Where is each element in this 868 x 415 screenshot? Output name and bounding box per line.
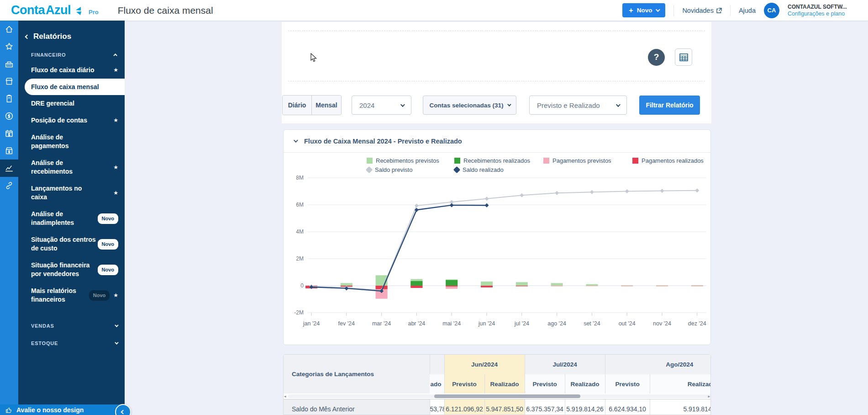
sidebar-item[interactable]: Mais relatórios financeirosNovo★ xyxy=(18,282,125,308)
rail-favorites-star-nav[interactable] xyxy=(0,38,18,55)
y-axis-label: 2M xyxy=(296,255,304,262)
sidebar-back-reports[interactable]: Relatórios xyxy=(18,29,125,44)
daily-tab[interactable]: Diário xyxy=(283,96,312,115)
bar-pagamentos-previstos xyxy=(621,286,633,286)
section-estoque[interactable]: ESTOQUE xyxy=(18,336,125,350)
rail-cash-register-nav[interactable] xyxy=(0,55,18,73)
x-axis-label: fev '24 xyxy=(338,320,355,327)
y-axis-label: 6M xyxy=(296,202,304,208)
help-button[interactable]: ? xyxy=(648,49,665,66)
monthly-tab[interactable]: Mensal xyxy=(312,96,341,115)
realizado-subheader: Realizado xyxy=(484,374,525,394)
sidebar-item-label: Fluxo de caixa diário xyxy=(31,66,95,74)
reports-sidebar: Relatórios FINANCEIRO Fluxo de caixa diá… xyxy=(18,21,125,404)
rail-money-circle-nav[interactable] xyxy=(0,107,18,125)
user-avatar[interactable]: CA xyxy=(764,3,779,18)
logo-text-azul: Azul xyxy=(46,3,71,17)
contaazul-logo[interactable]: Conta Azul Pro xyxy=(11,3,99,17)
sidebar-item-label: Lançamentos no caixa xyxy=(31,184,100,202)
sidebar-item-label: Situação financeira por vendedores xyxy=(31,261,98,278)
section-estoque-label: ESTOQUE xyxy=(31,341,58,346)
chart-title: Fluxo de Caixa Mensal 2024 - Previsto e … xyxy=(304,138,462,145)
sidebar-item[interactable]: Análise de recebimentos★ xyxy=(18,154,125,180)
bar-pagamentos-realizados xyxy=(481,286,493,287)
scroll-left-arrow[interactable]: ◂ xyxy=(284,394,286,399)
cashflow-chart-card: Fluxo de Caixa Mensal 2024 - Previsto e … xyxy=(283,129,711,345)
realizado-subheader: Realizado xyxy=(650,374,711,394)
view-mode-select[interactable]: Previsto e Realizado xyxy=(529,96,627,115)
rail-store-nav[interactable] xyxy=(0,73,18,90)
sidebar-item[interactable]: Análise de pagamentos xyxy=(18,129,125,154)
legend-label: Saldo realizado xyxy=(463,166,504,173)
sidebar-item[interactable]: Situação dos centros de custoNovo xyxy=(18,231,125,257)
dashed-divider xyxy=(288,81,705,81)
bar-pagamentos-realizados xyxy=(410,286,422,288)
rail-calendar-money-nav[interactable] xyxy=(0,125,18,142)
scroll-right-arrow[interactable]: ▸ xyxy=(708,394,710,399)
section-financeiro[interactable]: FINANCEIRO xyxy=(18,48,125,62)
sidebar-item[interactable]: Fluxo de caixa mensal xyxy=(25,79,125,95)
year-select[interactable]: 2024 xyxy=(352,96,411,115)
x-axis-label: mai '24 xyxy=(442,320,461,327)
favorite-star-icon[interactable]: ★ xyxy=(113,66,118,74)
favorite-star-icon[interactable]: ★ xyxy=(113,116,118,125)
novidades-link[interactable]: Novidades xyxy=(682,7,722,14)
novo-badge: Novo xyxy=(98,239,119,250)
plan-label: Pro xyxy=(89,9,99,16)
row-category-label: Saldo do Mês Anterior xyxy=(284,399,430,415)
section-vendas[interactable]: VENDAS xyxy=(18,319,125,333)
x-axis-label: mar '24 xyxy=(372,320,391,327)
sidebar-item[interactable]: Posição de contas★ xyxy=(18,112,125,129)
sidebar-item[interactable]: Análise de inadimplentesNovo xyxy=(18,206,125,231)
external-link-icon xyxy=(716,8,722,13)
legend-swatch xyxy=(543,158,549,164)
plus-icon: + xyxy=(629,6,633,15)
mouse-cursor xyxy=(310,53,317,63)
sidebar-item[interactable]: DRE gerencial xyxy=(18,95,125,112)
rate-design-banner[interactable]: Avalie o nosso design xyxy=(0,404,125,415)
ajuda-link[interactable]: Ajuda xyxy=(739,7,756,14)
novidades-label: Novidades xyxy=(682,7,714,14)
y-axis-label: 4M xyxy=(296,229,304,235)
x-axis-label: jan '24 xyxy=(303,320,320,327)
rail-sales-box-nav[interactable] xyxy=(0,142,18,160)
chart-line-icon xyxy=(4,163,14,173)
legend-item: Pagamentos realizados xyxy=(632,157,704,164)
sidebar-item[interactable]: Lançamentos no caixa★ xyxy=(18,180,125,206)
favorite-star-icon[interactable]: ★ xyxy=(113,291,118,300)
favorite-star-icon[interactable]: ★ xyxy=(113,189,118,197)
filter-report-button[interactable]: Filtrar Relatório xyxy=(639,96,700,115)
rail-home-nav[interactable] xyxy=(0,21,18,38)
previsto-subheader: Previsto xyxy=(444,374,484,394)
rate-design-label: Avalie o nosso design xyxy=(16,406,84,414)
rail-link-nav[interactable] xyxy=(0,177,18,194)
bar-pagamentos-previstos xyxy=(551,286,563,286)
table-scrollbar-row: ◂▸ xyxy=(284,394,711,399)
sidebar-collapse-button[interactable] xyxy=(115,404,131,415)
accounts-filter-button[interactable]: Contas selecionadas (31) xyxy=(423,96,516,115)
novo-badge: Novo xyxy=(89,290,110,301)
cashflow-chart: 8M6M4M2M0-2Mjan '24fev '24mar '24abr '24… xyxy=(284,175,710,335)
data-point-marker xyxy=(520,193,524,197)
rail-chart-line-nav[interactable] xyxy=(0,160,18,177)
sidebar-item[interactable]: Fluxo de caixa diário★ xyxy=(18,62,125,79)
rail-clipboard-nav[interactable] xyxy=(0,90,18,107)
favorite-star-icon[interactable]: ★ xyxy=(113,163,118,172)
legend-swatch xyxy=(632,158,638,164)
table-view-button[interactable] xyxy=(675,48,692,66)
bar-recebimentos-previstos xyxy=(656,285,668,286)
horizontal-scrollbar-thumb[interactable] xyxy=(434,394,580,398)
accounts-filter-label: Contas selecionadas (31) xyxy=(429,102,503,109)
previsto-subheader: Previsto xyxy=(605,374,650,394)
settings-link[interactable]: Configurações e plano xyxy=(788,11,860,17)
bar-recebimentos-realizados xyxy=(446,280,458,286)
favorites-star-icon xyxy=(4,42,14,52)
thumbs-up-icon xyxy=(5,406,13,414)
new-button[interactable]: + Novo xyxy=(622,3,665,17)
header-actions: + Novo Novidades Ajuda CA CONTAAZUL SOFT… xyxy=(622,3,860,18)
chart-card-header[interactable]: Fluxo de Caixa Mensal 2024 - Previsto e … xyxy=(284,130,710,153)
sidebar-item[interactable]: Situação financeira por vendedoresNovo xyxy=(18,257,125,282)
sidebar-item-label: DRE gerencial xyxy=(31,99,74,108)
table-row: Saldo do Mês Anterior53,786.121.096,925.… xyxy=(284,399,711,415)
data-point-marker xyxy=(485,203,489,208)
